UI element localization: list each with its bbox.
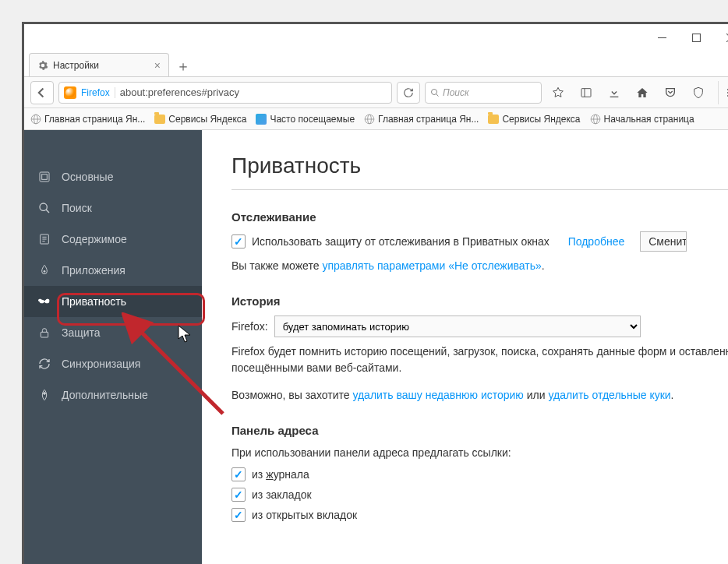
svg-point-28 xyxy=(44,270,46,273)
cursor-icon xyxy=(178,325,193,345)
sidebar-item-security[interactable]: Защита xyxy=(24,317,202,348)
search-placeholder: Поиск xyxy=(443,87,469,98)
svg-line-23 xyxy=(46,210,49,213)
svg-point-22 xyxy=(40,203,47,210)
bookmark-item[interactable]: Начальная страница xyxy=(590,114,694,125)
folder-icon xyxy=(488,115,499,124)
history-description: Firefox будет помнить историю посещений,… xyxy=(231,344,728,376)
svg-line-5 xyxy=(436,93,439,96)
globe-icon xyxy=(590,114,601,125)
address-bar-description: При использовании панели адреса предлага… xyxy=(231,445,728,461)
sidebar-item-applications[interactable]: Приложения xyxy=(24,255,202,286)
bookmark-star-icon[interactable] xyxy=(546,81,570,104)
search-icon xyxy=(430,88,440,97)
bookmark-item[interactable]: Сервисы Яндекса xyxy=(488,114,580,125)
tab-title: Настройки xyxy=(53,60,99,71)
url-bar[interactable]: Firefox about:preferences#privacy xyxy=(58,82,392,104)
shield-icon[interactable] xyxy=(687,81,710,104)
sidebar-item-sync[interactable]: Синхронизация xyxy=(24,348,202,379)
content-area: Основные Поиск Содержимое Приложения При… xyxy=(24,130,728,564)
change-blocklist-button[interactable]: Сменить список блокировки xyxy=(640,231,687,252)
suggest-opentabs-checkbox[interactable]: ✓ xyxy=(231,508,246,522)
svg-point-4 xyxy=(432,89,437,94)
tracking-protection-checkbox[interactable]: ✓ xyxy=(231,234,246,249)
tab-strip: Настройки × ＋ xyxy=(24,51,728,77)
tab-settings[interactable]: Настройки × xyxy=(29,53,169,76)
downloads-icon[interactable] xyxy=(603,81,626,104)
menu-button[interactable] xyxy=(718,81,728,104)
svg-rect-31 xyxy=(44,301,46,301)
identity-label: Firefox xyxy=(81,87,115,98)
svg-rect-6 xyxy=(581,88,591,97)
minimize-button[interactable] xyxy=(645,26,679,49)
close-window-button[interactable] xyxy=(713,26,728,49)
search-box[interactable]: Поиск xyxy=(425,82,542,104)
dnt-settings-link[interactable]: управлять параметрами «Не отслеживать» xyxy=(322,259,541,272)
topsites-icon xyxy=(256,114,267,125)
browser-window: Настройки × ＋ Firefox about:preferences#… xyxy=(22,22,728,564)
bookmark-item[interactable]: Главная страница Ян... xyxy=(30,114,145,125)
clear-recent-history-link[interactable]: удалить вашу недавнюю историю xyxy=(352,389,523,401)
titlebar xyxy=(24,24,728,51)
history-section: История Firefox: будет запоминать истори… xyxy=(231,294,728,404)
address-bar-section: Панель адреса При использовании панели а… xyxy=(231,424,728,522)
history-mode-label: Firefox: xyxy=(231,320,268,333)
nav-toolbar: Firefox about:preferences#privacy Поиск xyxy=(24,77,728,108)
pocket-icon[interactable] xyxy=(659,81,682,104)
globe-icon xyxy=(364,114,375,125)
suggest-history-label: из журнала xyxy=(252,468,309,481)
preferences-sidebar: Основные Поиск Содержимое Приложения При… xyxy=(24,130,202,564)
history-heading: История xyxy=(231,294,728,308)
suggest-history-checkbox[interactable]: ✓ xyxy=(231,467,246,481)
suggest-bookmarks-label: из закладок xyxy=(252,488,312,501)
address-bar-heading: Панель адреса xyxy=(231,424,728,437)
suggest-opentabs-label: из открытых вкладок xyxy=(252,509,357,521)
sidebar-item-privacy[interactable]: Приватность xyxy=(24,286,202,317)
tracking-heading: Отслеживание xyxy=(231,210,728,224)
svg-rect-21 xyxy=(42,174,48,180)
sidebar-item-content[interactable]: Содержимое xyxy=(24,224,202,255)
folder-icon xyxy=(154,115,165,124)
back-button[interactable] xyxy=(30,81,54,104)
bookmarks-bar: Главная страница Ян... Сервисы Яндекса Ч… xyxy=(24,108,728,130)
page-title: Приватность xyxy=(231,153,728,190)
gear-icon xyxy=(37,60,48,71)
sidebar-icon[interactable] xyxy=(574,81,598,104)
tracking-learn-more-link[interactable]: Подробнее xyxy=(568,235,625,248)
svg-rect-32 xyxy=(41,332,48,337)
globe-icon xyxy=(30,114,41,125)
bookmark-item[interactable]: Часто посещаемые xyxy=(256,114,355,125)
sidebar-item-general[interactable]: Основные xyxy=(24,161,202,192)
remove-cookies-link[interactable]: удалить отдельные куки xyxy=(548,389,670,401)
maximize-button[interactable] xyxy=(679,26,713,49)
tab-close-icon[interactable]: × xyxy=(154,59,161,72)
bookmark-item[interactable]: Главная страница Ян... xyxy=(364,114,479,125)
suggest-bookmarks-checkbox[interactable]: ✓ xyxy=(231,488,246,502)
svg-rect-20 xyxy=(40,172,49,182)
svg-rect-1 xyxy=(692,33,700,41)
tracking-protection-label: Использовать защиту от отслеживания в Пр… xyxy=(252,235,550,248)
url-text: about:preferences#privacy xyxy=(120,86,387,98)
new-tab-button[interactable]: ＋ xyxy=(172,56,194,76)
sidebar-item-search[interactable]: Поиск xyxy=(24,192,202,224)
history-mode-select[interactable]: будет запоминать историю xyxy=(274,315,641,337)
svg-point-33 xyxy=(44,393,46,395)
reload-button[interactable] xyxy=(397,82,420,104)
bookmark-item[interactable]: Сервисы Яндекса xyxy=(154,114,246,125)
tracking-section: Отслеживание ✓ Использовать защиту от от… xyxy=(231,210,728,274)
home-icon[interactable] xyxy=(631,81,654,104)
sidebar-item-advanced[interactable]: Дополнительные xyxy=(24,379,202,411)
firefox-badge-icon xyxy=(64,86,76,99)
preferences-panel: Приватность Отслеживание ✓ Использовать … xyxy=(202,130,728,564)
